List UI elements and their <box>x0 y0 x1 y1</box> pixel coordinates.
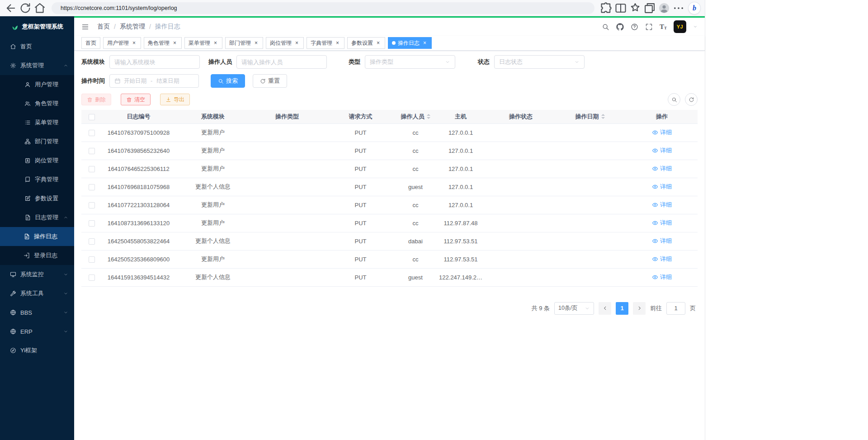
tab-close-icon[interactable]: × <box>294 40 300 46</box>
tab-user[interactable]: 用户管理× <box>103 37 141 49</box>
help-icon[interactable] <box>631 23 638 31</box>
reset-button[interactable]: 重置 <box>253 74 287 88</box>
split-icon <box>614 2 627 14</box>
next-page-button[interactable] <box>633 302 646 315</box>
page-size-select[interactable]: 10条/页 <box>554 302 594 315</box>
goto-page-input[interactable] <box>666 302 685 315</box>
address-bar[interactable]: https://ccnetcore.com:1101/system/log/op… <box>52 2 594 14</box>
font-size-icon[interactable]: TT <box>660 24 667 30</box>
tab-close-icon[interactable]: × <box>253 40 259 46</box>
operator-input[interactable] <box>236 55 327 69</box>
browser-reload-icon[interactable] <box>19 2 32 14</box>
extensions-icon[interactable] <box>600 2 613 14</box>
detail-link[interactable]: 详细 <box>652 219 672 227</box>
split-screen-icon[interactable] <box>614 2 627 14</box>
sidebar-item-dict[interactable]: 字典管理 <box>0 170 74 189</box>
tab-operlog[interactable]: 操作日志× <box>388 37 432 49</box>
tab-close-icon[interactable]: × <box>172 40 178 46</box>
status-select[interactable]: 日志状态 <box>494 55 585 69</box>
sidebar-item-menu[interactable]: 菜单管理 <box>0 113 74 132</box>
github-icon[interactable] <box>616 23 624 31</box>
row-checkbox[interactable] <box>89 148 95 154</box>
export-button[interactable]: 导出 <box>160 94 190 105</box>
user-avatar[interactable]: YJ <box>674 20 686 33</box>
breadcrumb-item[interactable]: 首页 <box>97 23 110 31</box>
sidebar-item-home[interactable]: 首页 <box>0 37 74 56</box>
row-checkbox[interactable] <box>89 184 95 190</box>
detail-link[interactable]: 详细 <box>652 273 672 281</box>
tab-close-icon[interactable]: × <box>422 40 428 46</box>
detail-link[interactable]: 详细 <box>652 128 672 137</box>
sidebar-item-erp[interactable]: ERP <box>0 322 74 341</box>
tab-close-icon[interactable]: × <box>375 40 381 46</box>
collapse-sidebar-icon[interactable] <box>81 23 89 31</box>
tab-close-icon[interactable]: × <box>212 40 218 46</box>
tab-config[interactable]: 参数设置× <box>347 37 385 49</box>
sidebar-item-yi[interactable]: Yi框架 <box>0 341 74 360</box>
browser-menu-icon[interactable] <box>672 2 685 14</box>
header-search-icon[interactable] <box>602 23 609 31</box>
sidebar-item-dept[interactable]: 部门管理 <box>0 132 74 151</box>
sidebar-item-post[interactable]: 岗位管理 <box>0 151 74 170</box>
url-text[interactable]: https://ccnetcore.com:1101/system/log/op… <box>61 5 575 11</box>
tab-label: 参数设置 <box>351 39 373 47</box>
sidebar-item-operlog[interactable]: 操作日志 <box>0 227 74 246</box>
favorites-icon[interactable] <box>629 2 642 14</box>
tab-menu[interactable]: 菜单管理× <box>184 37 222 49</box>
sidebar-item-monitor[interactable]: 系统监控 <box>0 265 74 284</box>
select-all-checkbox[interactable] <box>89 114 95 120</box>
sidebar-item-log[interactable]: 日志管理 <box>0 208 74 227</box>
prev-page-button[interactable] <box>599 302 611 315</box>
bing-sidebar-icon[interactable]: b <box>689 2 700 14</box>
row-checkbox[interactable] <box>89 274 95 281</box>
tab-home[interactable]: 首页 <box>81 37 100 49</box>
detail-link[interactable]: 详细 <box>652 183 672 191</box>
toggle-search-button[interactable] <box>668 93 680 106</box>
sidebar-item-loginlog[interactable]: 登录日志 <box>0 246 74 265</box>
page-1-button[interactable]: 1 <box>616 302 628 315</box>
browser-home-icon[interactable] <box>33 2 46 14</box>
tab-dept[interactable]: 部门管理× <box>225 37 263 49</box>
detail-link[interactable]: 详细 <box>652 237 672 245</box>
detail-link[interactable]: 详细 <box>652 255 672 263</box>
module-input[interactable] <box>109 55 200 69</box>
sidebar-item-config[interactable]: 参数设置 <box>0 189 74 208</box>
row-checkbox[interactable] <box>89 238 95 245</box>
cell-method: PUT <box>324 214 397 232</box>
sidebar-item-tool[interactable]: 系统工具 <box>0 284 74 303</box>
tab-role[interactable]: 角色管理× <box>144 37 182 49</box>
avatar-caret-icon[interactable] <box>693 24 698 29</box>
browser-profile-avatar[interactable] <box>658 2 670 14</box>
sidebar-item-user[interactable]: 用户管理 <box>0 75 74 94</box>
sidebar-item-system[interactable]: 系统管理 <box>0 56 74 75</box>
detail-link[interactable]: 详细 <box>652 165 672 173</box>
row-checkbox[interactable] <box>89 166 95 172</box>
collections-icon[interactable] <box>643 2 656 14</box>
search-button[interactable]: 搜索 <box>211 74 245 88</box>
dict-icon <box>24 176 31 183</box>
refresh-table-button[interactable] <box>685 93 698 106</box>
tab-close-icon[interactable]: × <box>335 40 340 46</box>
tab-post[interactable]: 岗位管理× <box>266 37 304 49</box>
sort-caret[interactable] <box>601 114 605 119</box>
sidebar-item-bbs[interactable]: BBS <box>0 303 74 322</box>
row-checkbox[interactable] <box>89 256 95 263</box>
breadcrumb-item[interactable]: 系统管理 <box>120 23 145 31</box>
delete-button[interactable]: 删除 <box>81 94 111 105</box>
clear-button[interactable]: 清空 <box>121 94 151 105</box>
row-checkbox[interactable] <box>89 220 95 227</box>
detail-link[interactable]: 详细 <box>652 147 672 155</box>
row-checkbox[interactable] <box>89 130 95 136</box>
detail-link[interactable]: 详细 <box>652 201 672 209</box>
fullscreen-icon[interactable] <box>645 23 653 31</box>
sort-caret[interactable] <box>427 114 430 119</box>
tab-close-icon[interactable]: × <box>131 40 137 46</box>
top-navbar: 首页/系统管理/操作日志 TT YJ <box>74 18 705 36</box>
chev-down-icon <box>585 306 590 311</box>
browser-back-icon[interactable] <box>5 2 17 14</box>
date-range-input[interactable]: 开始日期 - 结束日期 <box>109 74 199 88</box>
sidebar-item-role[interactable]: 角色管理 <box>0 94 74 113</box>
tab-dict[interactable]: 字典管理× <box>307 37 344 49</box>
row-checkbox[interactable] <box>89 202 95 208</box>
type-select[interactable]: 操作类型 <box>365 55 455 69</box>
